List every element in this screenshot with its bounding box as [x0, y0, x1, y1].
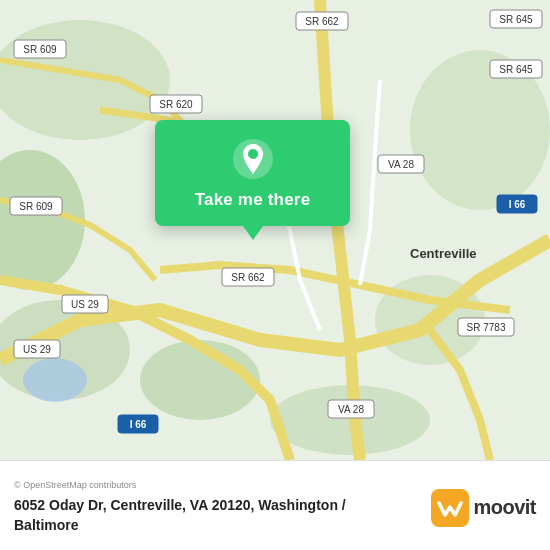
- svg-point-6: [140, 340, 260, 420]
- map-svg: SR 645 SR 662 SR 620 SR 609 SR 609 VA 28…: [0, 0, 550, 460]
- svg-text:SR 645: SR 645: [499, 14, 533, 25]
- svg-text:US 29: US 29: [23, 344, 51, 355]
- footer: © OpenStreetMap contributors 6052 Oday D…: [0, 460, 550, 550]
- address: 6052 Oday Dr, Centreville, VA 20120, Was…: [14, 496, 419, 535]
- svg-text:SR 7783: SR 7783: [467, 322, 506, 333]
- moovit-text: moovit: [473, 496, 536, 519]
- svg-text:SR 609: SR 609: [23, 44, 57, 55]
- svg-text:SR 645: SR 645: [499, 64, 533, 75]
- map-area: SR 645 SR 662 SR 620 SR 609 SR 609 VA 28…: [0, 0, 550, 460]
- map-credit: © OpenStreetMap contributors: [14, 480, 419, 490]
- moovit-logo: moovit: [431, 489, 536, 527]
- svg-text:SR 662: SR 662: [305, 16, 339, 27]
- svg-text:SR 609: SR 609: [19, 201, 53, 212]
- svg-text:I 66: I 66: [509, 199, 526, 210]
- svg-text:VA 28: VA 28: [388, 159, 414, 170]
- take-me-there-popup[interactable]: Take me there: [155, 120, 350, 226]
- take-me-there-label: Take me there: [195, 190, 311, 210]
- svg-point-39: [248, 149, 258, 159]
- svg-point-8: [23, 358, 87, 402]
- location-pin-icon: [232, 138, 274, 180]
- svg-text:US 29: US 29: [71, 299, 99, 310]
- address-text: 6052 Oday Dr, Centreville, VA 20120, Was…: [14, 497, 346, 533]
- svg-text:I 66: I 66: [130, 419, 147, 430]
- footer-info: © OpenStreetMap contributors 6052 Oday D…: [14, 480, 419, 535]
- svg-text:SR 620: SR 620: [159, 99, 193, 110]
- svg-text:VA 28: VA 28: [338, 404, 364, 415]
- moovit-icon: [431, 489, 469, 527]
- svg-text:SR 662: SR 662: [231, 272, 265, 283]
- svg-text:Centreville: Centreville: [410, 246, 476, 261]
